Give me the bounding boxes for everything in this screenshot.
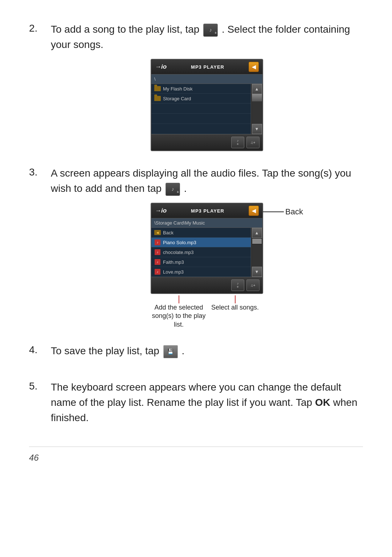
list-item-love[interactable]: Love.mp3 [151, 267, 251, 277]
select-all-btn[interactable]: ♫+ [246, 279, 260, 291]
annot-left-text: Add the selected song(s) to the play lis… [151, 303, 207, 329]
step-number-2: 2. [29, 22, 51, 34]
scroll-down-btn-2[interactable]: ▼ [252, 267, 262, 277]
scroll-up-btn[interactable]: ▲ [252, 84, 262, 94]
player2-path: \Storage Card\My Music [151, 218, 262, 228]
step-4-text-before: To save the play list, tap [51, 345, 159, 356]
page-number: 46 [29, 453, 39, 463]
item-name-faith: Faith.mp3 [163, 259, 184, 265]
player2-container: →io MP3 PLAYER ◀ \Storage Card\My Music … [51, 203, 363, 329]
save-icon-inline: 💾 [163, 345, 178, 358]
scroll-down-btn[interactable]: ▼ [252, 124, 262, 134]
step-3-text-after: . [184, 183, 187, 194]
item-name-love: Love.mp3 [163, 269, 184, 275]
player1-container: →io MP3 PLAYER ◀ \ My Flash Disk St [51, 59, 363, 151]
mp3-icon-faith [154, 259, 161, 265]
scroll-track-2 [252, 245, 262, 267]
select-all-icon: ♫+ [250, 283, 255, 287]
player2-body: Back Piano Solo.mp3 chocolate.mp3 [151, 228, 262, 277]
plus-icon-2: + [237, 285, 239, 289]
note-symbol-2: ♪ [171, 185, 174, 193]
list-item-empty [151, 114, 251, 124]
add-selected-btn[interactable]: ♪ + [231, 279, 244, 291]
mp3-icon-love [154, 269, 161, 275]
step-3-content: A screen appears displaying all the audi… [51, 166, 363, 329]
list-item[interactable]: My Flash Disk [151, 84, 251, 94]
player2-list: Back Piano Solo.mp3 chocolate.mp3 [151, 228, 251, 277]
mp3-icon-choc [154, 249, 161, 255]
player2-wrapper: →io MP3 PLAYER ◀ \Storage Card\My Music … [151, 203, 263, 294]
annot-right-col: Select all songs. [207, 295, 263, 329]
step-4-text: To save the play list, tap 💾 . [51, 343, 363, 359]
mio-brand-2: →io [155, 207, 167, 214]
add-all-icon: ♫+ [250, 141, 255, 145]
list-item-empty [151, 104, 251, 114]
player1-scrollbar: ▲ ▼ [251, 84, 262, 134]
annot-right-line [235, 295, 236, 303]
plus-sign: + [215, 30, 217, 36]
annotations-below: Add the selected song(s) to the play lis… [151, 295, 263, 329]
back-folder-icon-el [154, 230, 161, 235]
step-4-content: To save the play list, tap 💾 . [51, 343, 363, 365]
list-item-empty [151, 124, 251, 134]
scroll-thumb-2 [252, 239, 262, 244]
scroll-track [252, 94, 262, 124]
mio-brand: →io [155, 63, 167, 70]
add-song-icon-inline: ♪+ [203, 24, 218, 37]
step-5-text: The keyboard screen appears where you ca… [51, 380, 363, 425]
back-annotation-label: Back [285, 207, 303, 217]
annot-left-line [179, 295, 179, 303]
player2-scrollbar: ▲ ▼ [251, 228, 262, 277]
list-item-chocolate[interactable]: chocolate.mp3 [151, 247, 251, 257]
player2-title: MP3 PLAYER [191, 208, 224, 214]
add-all-btn[interactable]: ♫+ [246, 137, 260, 148]
player1-title: MP3 PLAYER [191, 64, 224, 70]
add-song-icon: ♪ + [237, 139, 239, 146]
step-5-text-main: The keyboard screen appears where you ca… [51, 382, 341, 408]
add-song-btn[interactable]: ♪ + [231, 137, 244, 148]
folder-icon [154, 86, 161, 92]
back-annotation-line [263, 211, 284, 212]
player2-logo: →io [155, 207, 167, 214]
step-2-content: To add a song to the play list, tap ♪+ .… [51, 22, 363, 151]
step-3-text-before: A screen appears displaying all the audi… [51, 167, 351, 194]
player1-header: →io MP3 PLAYER ◀ [151, 60, 262, 74]
plus-sign-2: + [177, 189, 179, 195]
note-symbol: ♪ [209, 26, 212, 34]
step-number-4: 4. [29, 343, 51, 356]
page-footer: 46 [29, 447, 363, 463]
scroll-thumb [252, 94, 262, 101]
step-2: 2. To add a song to the play list, tap ♪… [29, 22, 363, 151]
list-item-piano[interactable]: Piano Solo.mp3 [151, 238, 251, 247]
step-4-text-after: . [181, 345, 184, 356]
player2-header: →io MP3 PLAYER ◀ [151, 203, 262, 218]
step-3: 3. A screen appears displaying all the a… [29, 166, 363, 329]
list-item-faith[interactable]: Faith.mp3 [151, 257, 251, 267]
ok-bold: OK [315, 397, 330, 408]
step-5: 5. The keyboard screen appears where you… [29, 380, 363, 432]
add-song-icon-inline-2: ♪+ [166, 183, 180, 196]
step-3-text: A screen appears displaying all the audi… [51, 166, 363, 196]
player2-back-btn[interactable]: ◀ [249, 206, 259, 216]
step-4: 4. To save the play list, tap 💾 . [29, 343, 363, 365]
list-item[interactable]: Storage Card [151, 94, 251, 104]
player1: →io MP3 PLAYER ◀ \ My Flash Disk St [151, 59, 263, 151]
step-5-content: The keyboard screen appears where you ca… [51, 380, 363, 432]
mp3-icon-piano [154, 239, 161, 245]
step-number-5: 5. [29, 380, 51, 392]
player2-footer: ♪ + ♫+ [151, 277, 262, 293]
player2: →io MP3 PLAYER ◀ \Storage Card\My Music … [151, 203, 263, 294]
scroll-up-btn-2[interactable]: ▲ [252, 228, 262, 238]
step-2-text-before: To add a song to the play list, tap [51, 24, 199, 35]
folder-icon [154, 96, 161, 101]
annot-left-col: Add the selected song(s) to the play lis… [151, 295, 207, 329]
player1-back-btn[interactable]: ◀ [249, 62, 259, 72]
item-name: My Flash Disk [163, 86, 193, 92]
item-name-piano: Piano Solo.mp3 [163, 240, 196, 245]
annot-right-text: Select all songs. [211, 303, 259, 312]
back-annotation: Back [263, 207, 303, 217]
player1-footer: ♪ + ♫+ [151, 134, 262, 150]
item-name-choc: chocolate.mp3 [163, 250, 194, 255]
list-item-back[interactable]: Back [151, 228, 251, 238]
item-name-back: Back [163, 230, 173, 235]
